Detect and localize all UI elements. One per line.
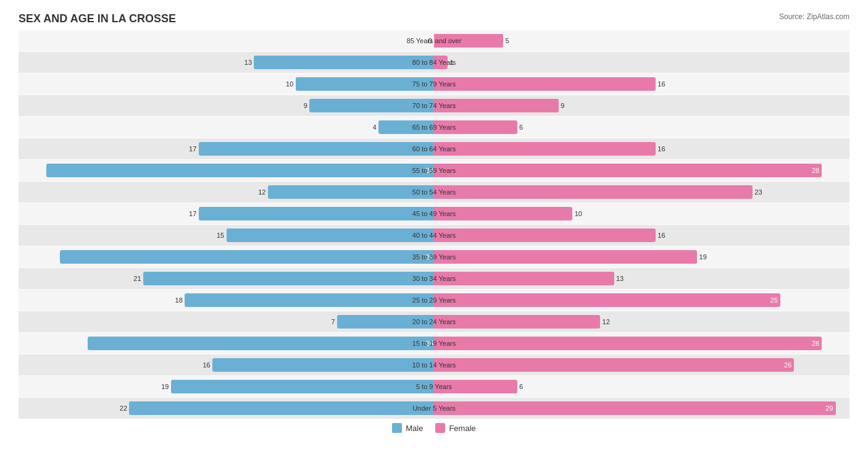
right-section: 6 [434, 376, 849, 397]
male-bar [296, 77, 434, 91]
female-bar [434, 120, 517, 134]
bar-row: 2515 to 19 Years28 [19, 333, 849, 354]
bar-row: 1075 to 79 Years16 [19, 73, 849, 94]
male-bar [337, 315, 434, 329]
right-section: 10 [434, 203, 849, 224]
male-value: 17 [189, 145, 196, 153]
legend: Male Female [19, 423, 849, 433]
male-value: 19 [161, 383, 169, 390]
female-value: 6 [519, 124, 523, 131]
right-section: 12 [434, 311, 849, 332]
left-section: 18 [19, 290, 434, 311]
male-bar [199, 207, 434, 220]
left-section: 25 [19, 333, 434, 354]
female-value: 6 [519, 383, 523, 390]
left-section: 27 [19, 246, 434, 267]
male-value: 9 [304, 102, 307, 109]
bar-row: 2735 to 39 Years19 [19, 246, 849, 267]
male-bar [199, 142, 434, 156]
male-bar: 27 [60, 250, 434, 264]
male-bar [143, 272, 434, 285]
bar-row: 1825 to 29 Years25 [19, 290, 849, 311]
chart-area: 085 Years and over51380 to 84 Years11075… [19, 30, 849, 426]
left-section: 16 [19, 354, 434, 375]
male-value: 17 [189, 210, 196, 217]
left-section: 17 [19, 203, 434, 224]
right-section: 25 [434, 290, 849, 311]
female-value: 25 [769, 296, 778, 304]
bar-row: 2130 to 34 Years13 [19, 268, 849, 289]
right-section: 16 [434, 73, 849, 94]
left-section: 0 [19, 30, 434, 51]
right-section: 28 [434, 333, 849, 354]
female-bar [434, 77, 656, 91]
bar-row: 1760 to 64 Years16 [19, 138, 849, 159]
female-bar [434, 380, 517, 393]
left-section: 22 [19, 398, 434, 419]
right-section: 16 [434, 138, 849, 159]
female-value: 16 [657, 232, 665, 239]
bar-row: 2855 to 59 Years28 [19, 160, 849, 181]
female-value: 12 [603, 318, 610, 325]
bar-row: 1610 to 14 Years26 [19, 354, 849, 375]
female-value: 10 [575, 210, 582, 217]
female-bar [434, 99, 559, 112]
female-value: 5 [506, 37, 509, 44]
male-value: 15 [217, 232, 224, 239]
male-value: 13 [244, 59, 252, 66]
male-value: 4 [373, 124, 377, 131]
male-value: 12 [258, 188, 265, 196]
bar-row: 085 Years and over5 [19, 30, 849, 51]
male-bar [212, 358, 434, 372]
female-bar: 26 [434, 358, 794, 372]
bar-row: 720 to 24 Years12 [19, 311, 849, 332]
bar-row: 1250 to 54 Years23 [19, 182, 849, 203]
left-section: 9 [19, 95, 434, 116]
female-bar [434, 272, 614, 285]
bar-row: 195 to 9 Years6 [19, 376, 849, 397]
male-label: Male [406, 424, 423, 433]
male-bar [378, 120, 434, 134]
female-bar [434, 142, 656, 156]
right-section: 13 [434, 268, 849, 289]
male-bar [309, 99, 434, 112]
male-swatch [392, 423, 402, 433]
left-section: 10 [19, 73, 434, 94]
male-value: 0 [428, 37, 432, 44]
bar-row: 465 to 69 Years6 [19, 117, 849, 138]
legend-female: Female [435, 423, 475, 433]
male-bar [129, 401, 434, 415]
female-bar: 25 [434, 293, 780, 307]
bars-wrapper: 085 Years and over51380 to 84 Years11075… [19, 30, 849, 407]
male-bar [227, 228, 435, 242]
source-text: Source: ZipAtlas.com [779, 12, 849, 21]
left-section: 7 [19, 311, 434, 332]
male-value: 22 [120, 405, 127, 412]
right-section: 26 [434, 354, 849, 375]
female-bar: 29 [434, 401, 836, 415]
female-label: Female [449, 424, 475, 433]
female-bar [434, 207, 572, 220]
female-bar [434, 315, 600, 329]
bar-row: 970 to 74 Years9 [19, 95, 849, 116]
right-section: 16 [434, 225, 849, 246]
right-section: 23 [434, 182, 849, 203]
male-value: 18 [175, 296, 183, 304]
bar-row: 22Under 5 Years29 [19, 398, 849, 419]
female-value: 1 [450, 59, 454, 66]
male-bar [268, 185, 434, 199]
female-bar [434, 250, 697, 264]
right-section: 28 [434, 160, 849, 181]
bar-row: 1380 to 84 Years1 [19, 52, 849, 73]
female-bar [434, 34, 503, 48]
female-value: 19 [699, 253, 707, 261]
male-value: 7 [331, 318, 335, 325]
left-section: 13 [19, 52, 434, 73]
left-section: 12 [19, 182, 434, 203]
female-swatch [435, 423, 445, 433]
left-section: 19 [19, 376, 434, 397]
left-section: 4 [19, 117, 434, 138]
chart-title: SEX AND AGE IN LA CROSSE [19, 12, 849, 25]
male-bar [171, 380, 434, 393]
female-bar [434, 185, 753, 199]
